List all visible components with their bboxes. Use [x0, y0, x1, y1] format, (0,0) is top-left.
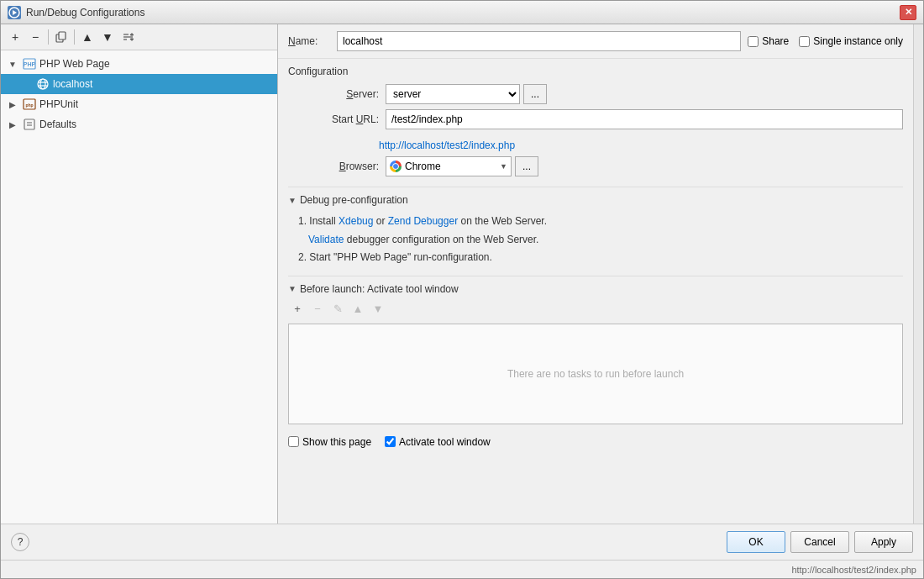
status-text: http://localhost/test2/index.php: [791, 565, 916, 575]
launch-down-button: ▼: [369, 300, 387, 318]
single-instance-checkbox-group[interactable]: Single instance only: [799, 35, 903, 47]
share-checkbox[interactable]: [748, 36, 759, 47]
empty-tasks-message: There are no tasks to run before launch: [507, 368, 684, 380]
tree-group-phpunit[interactable]: ▶ php PHPUnit: [1, 94, 277, 114]
launch-up-button: ▲: [349, 300, 367, 318]
activate-window-checkbox[interactable]: [385, 436, 396, 447]
server-select[interactable]: server: [386, 84, 520, 104]
config-tree: ▼ PHP PHP Web Page ▶: [1, 50, 277, 524]
server-dots-button[interactable]: ...: [523, 84, 547, 104]
right-panel: Name: Share Single instance only: [278, 24, 913, 524]
step1-prefix: 1. Install: [298, 215, 339, 227]
move-down-button[interactable]: ▼: [98, 28, 117, 46]
svg-marker-1: [13, 10, 17, 15]
toolbar-separator-1: [48, 29, 49, 45]
http-link[interactable]: http://localhost/test2/index.php: [379, 139, 903, 151]
validate-link[interactable]: Validate: [308, 234, 344, 245]
activate-window-label: Activate tool window: [399, 436, 491, 448]
move-up-button[interactable]: ▲: [78, 28, 97, 46]
server-field: server ...: [386, 84, 903, 104]
defaults-label: Defaults: [39, 118, 76, 130]
expand-icon: ▼: [6, 57, 19, 71]
start-url-input[interactable]: [386, 109, 903, 129]
apply-button[interactable]: Apply: [854, 531, 913, 553]
debug-step-1: 1. Install Xdebug or Zend Debugger on th…: [298, 213, 903, 231]
tree-toolbar: + − ▲ ▼: [1, 24, 277, 50]
launch-edit-button: ✎: [328, 300, 347, 318]
scrollbar[interactable]: [913, 24, 923, 524]
divider-2: [288, 276, 903, 276]
help-button[interactable]: ?: [11, 533, 29, 551]
launch-remove-button: −: [308, 300, 327, 318]
share-label: Share: [762, 35, 789, 47]
share-area: Share Single instance only: [748, 35, 903, 47]
copy-config-button[interactable]: [52, 28, 71, 46]
footer: ? OK Cancel Apply: [1, 524, 923, 560]
tree-group-php-web-page[interactable]: ▼ PHP PHP Web Page: [1, 54, 277, 74]
triangle-icon: ▼: [288, 196, 297, 205]
debug-section: ▼ Debug pre-configuration 1. Install Xde…: [288, 194, 903, 267]
name-input[interactable]: [337, 31, 741, 51]
svg-text:php: php: [25, 103, 33, 108]
svg-rect-16: [24, 119, 34, 129]
cancel-button[interactable]: Cancel: [790, 531, 849, 553]
share-checkbox-group[interactable]: Share: [748, 35, 789, 47]
browser-select-wrapper[interactable]: Chrome ▼ Chrome Firefox Safari: [386, 156, 512, 176]
name-row: Name: Share Single instance only: [278, 24, 913, 59]
launch-toolbar: + − ✎ ▲ ▼: [288, 300, 903, 318]
phpunit-expand-icon: ▶: [6, 97, 19, 111]
footer-left: ?: [11, 533, 29, 551]
divider-1: [288, 187, 903, 187]
status-bar: http://localhost/test2/index.php: [1, 560, 923, 578]
svg-point-10: [38, 79, 48, 89]
activate-window-checkbox-group[interactable]: Activate tool window: [385, 436, 491, 448]
main-content: + − ▲ ▼: [1, 24, 923, 524]
empty-tasks-panel: There are no tasks to run before launch: [288, 324, 903, 424]
ok-button[interactable]: OK: [727, 531, 785, 553]
before-launch-title: ▼ Before launch: Activate tool window: [288, 283, 903, 295]
defaults-expand-icon: ▶: [6, 118, 19, 131]
name-label: Name:: [288, 35, 330, 47]
single-instance-checkbox[interactable]: [799, 36, 810, 47]
add-config-button[interactable]: +: [6, 28, 24, 46]
launch-add-button[interactable]: +: [288, 300, 307, 318]
validate-suffix: debugger configuration on the Web Server…: [344, 234, 538, 245]
php-web-page-icon: PHP: [23, 57, 36, 71]
remove-config-button[interactable]: −: [26, 28, 45, 46]
show-page-checkbox-group[interactable]: Show this page: [288, 436, 371, 448]
localhost-label: localhost: [53, 78, 92, 90]
tree-group-defaults[interactable]: ▶ Defaults: [1, 114, 277, 134]
sort-button[interactable]: [118, 28, 137, 46]
config-grid: Server: server ... Start URL:: [295, 84, 903, 129]
toolbar-separator-2: [74, 29, 75, 45]
close-button[interactable]: ✕: [900, 5, 916, 20]
browser-dots-button[interactable]: ...: [515, 156, 538, 176]
browser-label: Browser:: [295, 161, 379, 172]
single-instance-label: Single instance only: [813, 35, 903, 47]
section-panel: Configuration Server: server ... Start U…: [278, 59, 913, 524]
left-panel: + − ▲ ▼: [1, 24, 278, 524]
start-url-label: Start URL:: [295, 113, 379, 125]
title-bar: Run/Debug Configurations ✕: [1, 1, 923, 24]
localhost-icon: [36, 77, 50, 91]
phpunit-label: PHPUnit: [39, 98, 78, 110]
start-url-field: [386, 109, 903, 129]
debug-validate-row: Validate debugger configuration on the W…: [308, 231, 903, 250]
before-launch-section: ▼ Before launch: Activate tool window + …: [288, 283, 903, 453]
debug-title-label: Debug pre-configuration: [300, 194, 408, 206]
show-page-checkbox[interactable]: [288, 436, 299, 447]
bottom-options: Show this page Activate tool window: [288, 431, 903, 453]
run-debug-dialog: Run/Debug Configurations ✕ + − ▲ ▼: [0, 0, 924, 579]
server-label: Server:: [295, 88, 379, 100]
tree-item-localhost[interactable]: ▶ localhost: [1, 74, 277, 94]
php-web-page-label: PHP Web Page: [39, 58, 110, 70]
svg-text:PHP: PHP: [24, 61, 36, 67]
before-launch-label: Before launch: Activate tool window: [300, 283, 459, 295]
dialog-title: Run/Debug Configurations: [26, 7, 895, 18]
browser-field: Chrome ▼ Chrome Firefox Safari ...: [386, 156, 903, 176]
debug-step-2: 2. Start "PHP Web Page" run-configuratio…: [298, 249, 903, 267]
zend-debugger-link[interactable]: Zend Debugger: [388, 215, 458, 227]
svg-rect-3: [59, 32, 66, 39]
step1-or: or: [373, 215, 387, 227]
xdebug-link[interactable]: Xdebug: [339, 215, 373, 227]
